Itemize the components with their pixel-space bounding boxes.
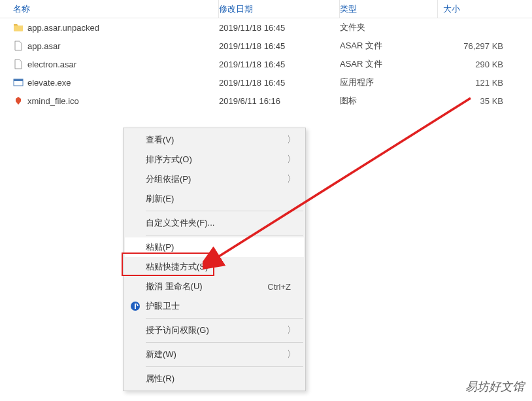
- header-name[interactable]: 名称: [0, 0, 219, 18]
- menu-item[interactable]: 分组依据(P)〉: [125, 169, 304, 189]
- file-size: 121 KB: [438, 78, 516, 88]
- file-name: electron.asar: [27, 60, 76, 69]
- menu-item[interactable]: 新建(W)〉: [125, 345, 304, 364]
- file-name: app.asar: [27, 41, 61, 51]
- file-name: elevate.exe: [27, 78, 71, 88]
- menu-label: 护眼卫士: [146, 300, 296, 312]
- file-icon: [13, 41, 24, 51]
- file-size: 35 KB: [438, 96, 516, 106]
- file-type: 应用程序: [340, 77, 438, 88]
- menu-label: 粘贴快捷方式(S): [146, 261, 296, 273]
- menu-label: 撤消 重命名(U): [146, 281, 267, 292]
- file-type: 文件夹: [340, 22, 438, 33]
- watermark: 易坊好文馆: [465, 379, 524, 394]
- file-size: 76,297 KB: [438, 41, 516, 51]
- header-size[interactable]: 大小: [438, 0, 516, 18]
- context-menu: 查看(V)〉排序方式(O)〉分组依据(P)〉刷新(E)自定义文件夹(F)...粘…: [123, 128, 306, 391]
- menu-label: 自定义文件夹(F)...: [146, 217, 296, 229]
- menu-divider: [146, 318, 303, 319]
- file-date: 2019/11/18 16:45: [219, 23, 340, 33]
- file-type: ASAR 文件: [340, 40, 438, 52]
- ico-icon: [13, 96, 24, 106]
- menu-item[interactable]: 查看(V)〉: [125, 130, 304, 150]
- file-type: ASAR 文件: [340, 58, 438, 70]
- eye-icon: i: [130, 301, 141, 311]
- menu-label: 新建(W): [146, 349, 287, 360]
- file-row[interactable]: app.asar.unpacked2019/11/18 16:45文件夹: [0, 18, 532, 37]
- menu-divider: [146, 211, 303, 211]
- header-date[interactable]: 修改日期: [219, 0, 340, 18]
- menu-item[interactable]: 排序方式(O)〉: [125, 150, 304, 169]
- svg-rect-1: [14, 79, 23, 81]
- file-type: 图标: [340, 95, 438, 107]
- chevron-right-icon: 〉: [287, 154, 296, 166]
- menu-item[interactable]: 撤消 重命名(U)Ctrl+Z: [125, 277, 304, 296]
- file-icon: [13, 59, 24, 69]
- file-list: 名称 修改日期 类型 大小 app.asar.unpacked2019/11/1…: [0, 0, 532, 110]
- header-type[interactable]: 类型: [340, 0, 438, 18]
- menu-label: 粘贴(P): [146, 241, 296, 253]
- file-row[interactable]: elevate.exe2019/11/18 16:45应用程序121 KB: [0, 73, 532, 92]
- svg-text:i: i: [135, 303, 137, 310]
- chevron-right-icon: 〉: [287, 349, 296, 360]
- menu-item[interactable]: 粘贴快捷方式(S): [125, 257, 304, 277]
- file-row[interactable]: app.asar2019/11/18 16:45ASAR 文件76,297 KB: [0, 37, 532, 55]
- menu-label: 查看(V): [146, 134, 287, 146]
- file-name: app.asar.unpacked: [27, 23, 99, 33]
- menu-label: 分组依据(P): [146, 173, 287, 185]
- menu-item[interactable]: 授予访问权限(G)〉: [125, 321, 304, 340]
- menu-item[interactable]: i护眼卫士: [125, 296, 304, 316]
- menu-label: 刷新(E): [146, 193, 296, 205]
- menu-label: 授予访问权限(G): [146, 324, 287, 336]
- menu-divider: [146, 366, 303, 367]
- menu-label: 属性(R): [146, 373, 296, 385]
- folder-icon: [13, 22, 24, 33]
- menu-divider: [146, 342, 303, 343]
- file-date: 2019/11/18 16:45: [219, 41, 340, 51]
- file-row[interactable]: electron.asar2019/11/18 16:45ASAR 文件290 …: [0, 55, 532, 73]
- menu-divider: [146, 235, 303, 235]
- menu-item[interactable]: 粘贴(P): [125, 237, 304, 257]
- menu-item[interactable]: 属性(R): [125, 369, 304, 389]
- menu-item[interactable]: 自定义文件夹(F)...: [125, 213, 304, 233]
- file-name: xmind_file.ico: [27, 96, 79, 106]
- file-row[interactable]: xmind_file.ico2019/6/11 16:16图标35 KB: [0, 92, 532, 110]
- chevron-right-icon: 〉: [287, 134, 296, 146]
- menu-item[interactable]: 刷新(E): [125, 189, 304, 209]
- menu-label: 排序方式(O): [146, 154, 287, 166]
- column-headers: 名称 修改日期 类型 大小: [0, 0, 532, 18]
- file-date: 2019/6/11 16:16: [219, 96, 340, 106]
- exe-icon: [13, 77, 24, 88]
- file-date: 2019/11/18 16:45: [219, 78, 340, 88]
- file-date: 2019/11/18 16:45: [219, 60, 340, 69]
- menu-shortcut: Ctrl+Z: [267, 282, 291, 292]
- file-size: 290 KB: [438, 60, 516, 69]
- chevron-right-icon: 〉: [287, 173, 296, 185]
- chevron-right-icon: 〉: [287, 324, 296, 336]
